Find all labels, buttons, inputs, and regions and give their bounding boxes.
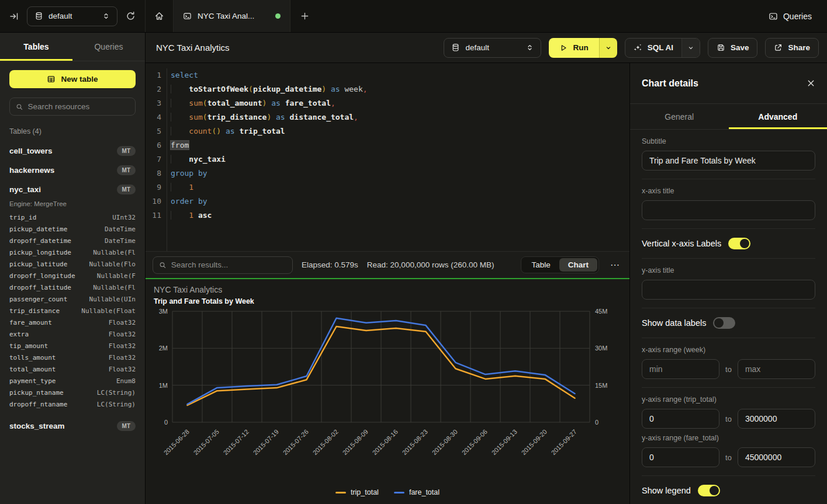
code-line: order by	[171, 194, 629, 208]
x-axis-tick: 2015-09-13	[490, 428, 518, 456]
column-name: dropoff_ntaname	[9, 399, 67, 411]
panel-tabs: General Advanced	[630, 104, 827, 130]
table-item-nyc-taxi[interactable]: nyc_taxi MT	[9, 180, 136, 199]
share-icon	[774, 43, 783, 52]
show-legend-row: Show legend	[642, 476, 815, 504]
column-name: pickup_longitude	[9, 247, 71, 259]
database-icon	[451, 43, 460, 52]
updown-chevron-icon	[102, 12, 110, 20]
queries-button[interactable]: Queries	[769, 12, 812, 21]
x-axis-tick: 2015-07-19	[252, 428, 280, 456]
table-item-stocks-stream[interactable]: stocks_stream MT	[9, 416, 136, 436]
database-selector-value: default	[49, 12, 72, 20]
legend-item-trip_total[interactable]: trip_total	[335, 488, 379, 496]
x-axis-tick: 2015-06-28	[162, 428, 191, 456]
table-item-hackernews[interactable]: hackernews MT	[9, 161, 136, 180]
elapsed-stat: Elapsed: 0.579s	[302, 260, 358, 269]
column-type: Nullable(Fl	[93, 247, 136, 259]
database-selector-topbar[interactable]: default	[27, 6, 117, 26]
sidebar-tab-tables[interactable]: Tables	[0, 33, 72, 61]
y-range-trip-max-input[interactable]	[738, 409, 815, 429]
more-options-button[interactable]: ⋯	[608, 259, 622, 270]
column-name: tip_amount	[9, 340, 48, 352]
share-button[interactable]: Share	[765, 38, 819, 58]
line-number: 9	[146, 180, 161, 194]
x-axis-tick: 2015-08-16	[371, 428, 399, 456]
code-area[interactable]: select toStartOfWeek(pickup_datetime) as…	[167, 68, 629, 251]
show-legend-toggle[interactable]	[698, 485, 720, 496]
x-axis-tick: 2015-09-06	[461, 428, 489, 456]
show-data-labels-toggle[interactable]	[713, 317, 735, 329]
view-tab-chart[interactable]: Chart	[559, 258, 597, 272]
database-selector-toolbar[interactable]: default	[444, 38, 541, 58]
legend-label: trip_total	[351, 488, 379, 496]
close-button[interactable]	[807, 79, 815, 88]
toggle-knob	[740, 239, 749, 248]
database-selector-value: default	[465, 43, 489, 52]
plus-icon	[300, 12, 309, 20]
y-range-trip-min-input[interactable]	[642, 409, 719, 429]
refresh-button[interactable]	[126, 11, 136, 21]
x-axis-title-input[interactable]	[642, 200, 815, 220]
run-label: Run	[573, 43, 588, 52]
y-axis-left-tick: 0	[164, 419, 168, 426]
new-table-button[interactable]: New table	[9, 70, 136, 88]
line-number: 10	[146, 194, 161, 208]
column-name: dropoff_datetime	[9, 235, 71, 247]
panel-body: Subtitle x-axis title Vertical x-axis La…	[630, 130, 827, 504]
search-results-input[interactable]	[171, 260, 286, 269]
column-name: extra	[9, 329, 29, 340]
save-button[interactable]: Save	[708, 38, 758, 58]
sidebar-tab-queries[interactable]: Queries	[72, 33, 145, 61]
x-axis-tick: 2015-08-09	[341, 428, 369, 456]
legend-swatch	[394, 492, 404, 493]
column-row: passenger_countNullable(UIn	[9, 294, 136, 305]
toggle-knob	[710, 486, 719, 495]
x-range-min-input[interactable]	[642, 359, 719, 379]
unsaved-indicator-dot	[275, 13, 281, 19]
y-range-fare-min-input[interactable]	[642, 447, 719, 467]
column-type: Nullable(Float	[81, 305, 136, 317]
read-stat: Read: 20,000,000 rows (260.00 MB)	[367, 260, 494, 269]
run-options-caret[interactable]	[599, 38, 617, 58]
x-range-max-input[interactable]	[738, 359, 815, 379]
view-tab-table[interactable]: Table	[523, 258, 559, 272]
chart-subtitle: Trip and Fare Totals by Week	[154, 297, 621, 305]
sql-ai-button[interactable]: SQL AI	[625, 38, 700, 58]
close-icon	[807, 79, 815, 88]
y-range-fare-max-input[interactable]	[738, 447, 815, 467]
table-item-cell-towers[interactable]: cell_towers MT	[9, 141, 136, 161]
column-row: total_amountFloat32	[9, 364, 136, 376]
code-line: count() as trip_total	[171, 124, 629, 138]
vertical-x-axis-labels-toggle[interactable]	[728, 238, 750, 249]
search-resources-input[interactable]	[28, 102, 129, 111]
database-icon	[34, 12, 43, 20]
y-axis-title-input[interactable]	[642, 280, 815, 300]
chart-canvas[interactable]: 001M15M2M30M3M45M2015-06-282015-07-05201…	[154, 305, 621, 476]
sidebar-tabs: Tables Queries	[0, 33, 145, 61]
y-axis-left-tick: 3M	[159, 308, 168, 315]
collapse-sidebar-icon	[9, 12, 19, 21]
to-label: to	[725, 365, 732, 374]
subtitle-field: Subtitle	[642, 130, 815, 179]
column-row: extraFloat32	[9, 329, 136, 340]
code-line: nyc_taxi	[171, 152, 629, 166]
panel-tab-general[interactable]: General	[630, 104, 729, 129]
y-axis-ranges-field: y-axis range (trip_total) to y-axis rang…	[642, 388, 815, 476]
column-name: payment_type	[9, 376, 56, 387]
y-axis-left-tick: 2M	[159, 345, 168, 352]
column-row: pickup_longitudeNullable(Fl	[9, 247, 136, 259]
code-line: sum(trip_distance) as distance_total,	[171, 110, 629, 124]
sidebar-collapse-button[interactable]	[9, 12, 19, 21]
column-row: fare_amountFloat32	[9, 317, 136, 329]
subtitle-input[interactable]	[642, 151, 815, 171]
line-number: 2	[146, 82, 161, 96]
work-area: 1234567891011 select toStartOfWeek(picku…	[146, 63, 629, 504]
new-tab-button[interactable]	[290, 0, 319, 32]
sql-ai-options-caret[interactable]	[681, 39, 700, 57]
panel-tab-advanced[interactable]: Advanced	[729, 104, 827, 129]
editor-tab[interactable]: NYC Taxi Anal...	[174, 0, 290, 32]
legend-item-fare_total[interactable]: fare_total	[394, 488, 440, 496]
run-button[interactable]: Run	[549, 38, 617, 58]
home-button[interactable]	[146, 0, 174, 32]
